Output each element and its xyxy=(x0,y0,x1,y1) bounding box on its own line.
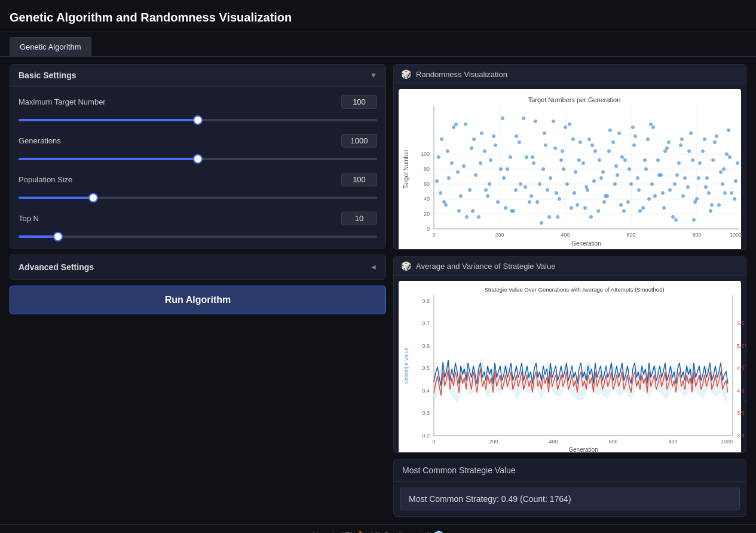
svg-point-151 xyxy=(486,194,489,198)
svg-point-60 xyxy=(608,128,612,132)
svg-point-143 xyxy=(727,128,730,132)
svg-point-133 xyxy=(677,161,681,165)
svg-point-47 xyxy=(544,143,547,147)
svg-point-110 xyxy=(562,167,565,171)
svg-point-108 xyxy=(553,146,557,150)
population-size-slider[interactable] xyxy=(19,197,377,199)
control-top-n: Top N 10 xyxy=(19,212,377,240)
scatter-dots xyxy=(435,117,739,225)
svg-point-188 xyxy=(686,185,690,189)
svg-point-171 xyxy=(601,170,605,174)
svg-text:Target Number: Target Number xyxy=(403,149,409,189)
svg-point-154 xyxy=(512,209,515,213)
svg-text:200: 200 xyxy=(495,232,504,238)
svg-point-43 xyxy=(525,155,528,159)
advanced-settings-header[interactable]: Advanced Settings ◄ xyxy=(10,255,385,279)
svg-text:Strategie Value: Strategie Value xyxy=(403,348,409,384)
scatter-chart-title: Randomness Visualization xyxy=(416,70,507,79)
control-population-size: Population Size 100 xyxy=(19,173,377,201)
app-title: Genetic Algorithm and Randomness Visuali… xyxy=(10,11,746,24)
svg-point-67 xyxy=(644,167,648,171)
tab-genetic-algorithm[interactable]: Genetic Algorithm xyxy=(10,37,91,56)
line-chart-svg: Strategie Value Over Generations with Av… xyxy=(401,283,746,453)
basic-settings-toggle: ▼ xyxy=(370,71,377,79)
line-chart-area: Strategie Value Over Generations with Av… xyxy=(399,281,741,453)
svg-point-116 xyxy=(592,179,596,183)
svg-point-123 xyxy=(628,167,631,171)
svg-text:5.5: 5.5 xyxy=(737,320,745,326)
svg-point-196 xyxy=(725,152,729,156)
basic-settings-header[interactable]: Basic Settings ▼ xyxy=(10,65,385,87)
svg-point-113 xyxy=(577,158,581,162)
svg-point-185 xyxy=(671,215,675,219)
line-chart-title: Average and Variance of Strategie Value xyxy=(416,262,555,271)
top-n-slider[interactable] xyxy=(19,235,377,238)
svg-point-85 xyxy=(734,179,737,183)
svg-point-140 xyxy=(711,158,715,162)
svg-text:800: 800 xyxy=(668,439,677,445)
scatter-chart-card: 🎲 Randomness Visualization Target Number… xyxy=(393,64,746,250)
svg-point-138 xyxy=(703,137,706,141)
svg-point-90 xyxy=(457,209,461,213)
svg-point-104 xyxy=(532,161,535,165)
svg-point-166 xyxy=(576,203,579,207)
svg-point-149 xyxy=(471,209,475,213)
svg-point-170 xyxy=(596,209,600,213)
generations-slider[interactable] xyxy=(19,158,377,160)
svg-point-181 xyxy=(650,182,654,186)
svg-point-180 xyxy=(646,137,650,141)
svg-text:0.7: 0.7 xyxy=(422,320,430,326)
svg-text:3.0: 3.0 xyxy=(737,433,745,439)
svg-point-125 xyxy=(637,188,641,192)
svg-point-179 xyxy=(641,206,645,210)
scatter-chart-area: Target Numbers per Generation 20 40 60 8… xyxy=(399,89,741,250)
svg-point-198 xyxy=(736,161,739,165)
svg-point-51 xyxy=(564,125,567,129)
run-algorithm-button[interactable]: Run Algorithm xyxy=(10,286,386,314)
svg-point-177 xyxy=(631,125,635,129)
svg-point-96 xyxy=(488,182,491,186)
svg-point-134 xyxy=(681,194,685,198)
generations-label: Generations xyxy=(19,136,61,145)
svg-point-197 xyxy=(730,191,733,195)
generations-value: 1000 xyxy=(341,134,377,148)
footer-api-text[interactable]: Use via API xyxy=(313,531,353,533)
svg-point-191 xyxy=(701,149,705,153)
svg-point-62 xyxy=(619,203,623,207)
svg-point-153 xyxy=(502,176,506,180)
svg-point-174 xyxy=(616,173,619,177)
footer-separator: · xyxy=(366,531,369,533)
svg-point-35 xyxy=(484,188,488,192)
svg-point-75 xyxy=(683,176,687,180)
top-n-label: Top N xyxy=(19,214,39,223)
svg-text:0: 0 xyxy=(432,232,435,238)
svg-point-87 xyxy=(442,200,446,204)
svg-point-74 xyxy=(679,143,682,147)
svg-point-31 xyxy=(465,215,469,219)
main-layout: Basic Settings ▼ Maximum Target Number 1… xyxy=(0,57,756,524)
svg-text:600: 600 xyxy=(626,232,635,238)
svg-point-105 xyxy=(538,182,541,186)
max-target-slider[interactable] xyxy=(19,119,377,121)
svg-point-103 xyxy=(528,200,531,204)
svg-point-81 xyxy=(713,140,717,144)
svg-point-176 xyxy=(626,200,630,204)
svg-point-146 xyxy=(446,149,449,153)
svg-point-27 xyxy=(444,203,448,207)
svg-point-136 xyxy=(692,218,696,222)
basic-settings-title: Basic Settings xyxy=(19,71,76,80)
svg-point-97 xyxy=(492,134,495,138)
svg-point-173 xyxy=(611,140,615,144)
svg-point-194 xyxy=(715,134,718,138)
line-chart-card: 🎲 Average and Variance of Strategie Valu… xyxy=(393,256,746,453)
svg-point-73 xyxy=(674,218,678,222)
svg-point-139 xyxy=(707,191,711,195)
svg-point-148 xyxy=(464,122,467,126)
svg-point-107 xyxy=(547,215,551,219)
right-panel: 🎲 Randomness Visualization Target Number… xyxy=(393,64,746,517)
svg-point-26 xyxy=(440,137,443,141)
svg-point-83 xyxy=(723,191,727,195)
svg-text:20: 20 xyxy=(424,211,430,217)
svg-point-144 xyxy=(733,197,736,201)
footer: Use via API 🔥 · Mit Gradio erstellt 🧊 xyxy=(0,524,756,533)
